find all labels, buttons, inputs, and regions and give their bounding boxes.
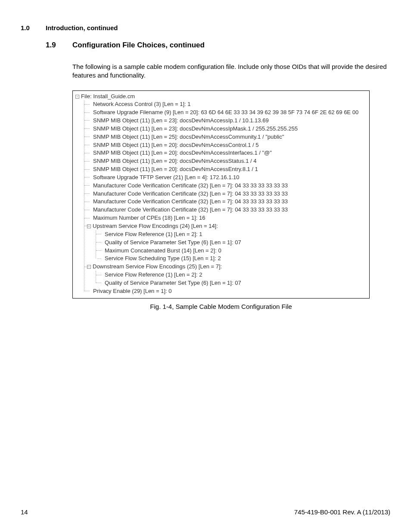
tree-node: Manufacturer Code Verification Certifica… (90, 206, 367, 214)
tree-node-label: Software Upgrade Filename (9) [Len = 20]… (93, 109, 358, 115)
tree-node: Quality of Service Parameter Set Type (6… (102, 239, 367, 247)
tree-node-label: Service Flow Reference (1) [Len = 2]: 2 (105, 271, 202, 278)
tree-node: Software Upgrade TFTP Server (21) [Len =… (90, 174, 367, 182)
tree-node-label: SNMP MIB Object (11) [Len = 20]: docsDev… (93, 158, 256, 164)
subsection-header: 1.9Configuration File Choices, continued (46, 41, 390, 50)
tree-node-label: Network Access Control (3) [Len = 1]: 1 (93, 101, 191, 107)
page-number: 14 (21, 508, 28, 516)
tree-node: Service Flow Scheduling Type (15) [Len =… (102, 255, 367, 263)
tree-node: Maximum Number of CPEs (18) [Len = 1]: 1… (90, 214, 367, 222)
minus-icon[interactable]: - (75, 95, 79, 99)
tree-node: Quality of Service Parameter Set Type (6… (102, 279, 367, 287)
tree-node: SNMP MIB Object (11) [Len = 25]: docsDev… (90, 133, 367, 141)
tree-node-label: Service Flow Scheduling Type (15) [Len =… (105, 255, 221, 261)
subsection-number: 1.9 (46, 41, 72, 50)
tree-node: SNMP MIB Object (11) [Len = 20]: docsDev… (90, 141, 367, 149)
tree-node: SNMP MIB Object (11) [Len = 20]: docsDev… (90, 157, 367, 165)
tree-children: Service Flow Reference (1) [Len = 2]: 2Q… (96, 271, 367, 287)
tree-node: -Downstream Service Flow Encodings (25) … (90, 263, 367, 287)
tree-node-label: SNMP MIB Object (11) [Len = 20]: docsDev… (93, 149, 272, 156)
tree-node-label: Maximum Concatenated Burst (14) [Len = 2… (105, 247, 221, 254)
subsection-title: Configuration File Choices, continued (72, 41, 205, 49)
tree-node: SNMP MIB Object (11) [Len = 23]: docsDev… (90, 125, 367, 133)
doc-id: 745-419-B0-001 Rev. A (11/2013) (294, 508, 390, 516)
tree-node-label: Manufacturer Code Verification Certifica… (93, 206, 288, 213)
tree-node: Manufacturer Code Verification Certifica… (90, 182, 367, 190)
tree-node-label: SNMP MIB Object (11) [Len = 25]: docsDev… (93, 134, 284, 140)
tree-node: Privacy Enable (29) [Len = 1]: 0 (90, 287, 367, 296)
tree-children: Service Flow Reference (1) [Len = 2]: 1Q… (96, 230, 367, 263)
tree-node: -Upstream Service Flow Encodings (24) [L… (90, 222, 367, 263)
section-header: 1.0Introduction, continued (21, 24, 390, 31)
tree-node: SNMP MIB Object (11) [Len = 20]: docsDev… (90, 165, 367, 174)
tree-node: SNMP MIB Object (11) [Len = 23]: docsDev… (90, 117, 367, 125)
section-number: 1.0 (21, 24, 46, 31)
tree-node-label: Upstream Service Flow Encodings (24) [Le… (93, 223, 218, 229)
body-paragraph: The following is a sample cable modem co… (72, 62, 390, 80)
tree-node: Network Access Control (3) [Len = 1]: 1 (90, 100, 367, 109)
tree-node: Manufacturer Code Verification Certifica… (90, 190, 367, 198)
minus-icon[interactable]: - (87, 265, 91, 269)
section-title: Introduction, continued (46, 24, 118, 31)
tree-node-label: Quality of Service Parameter Set Type (6… (105, 280, 241, 286)
tree-node-label: Privacy Enable (29) [Len = 1]: 0 (93, 288, 171, 294)
tree-root-label: File: Install_Guide.cm (81, 93, 135, 100)
tree-node-label: Manufacturer Code Verification Certifica… (93, 182, 288, 189)
tree-root-node: -File: Install_Guide.cm Network Access C… (75, 93, 367, 296)
minus-icon[interactable]: - (87, 224, 91, 228)
tree-node: Service Flow Reference (1) [Len = 2]: 2 (102, 271, 367, 279)
tree-node: Manufacturer Code Verification Certifica… (90, 198, 367, 206)
tree-node-label: Quality of Service Parameter Set Type (6… (105, 239, 241, 246)
config-tree-figure: -File: Install_Guide.cm Network Access C… (72, 90, 370, 299)
tree-node: SNMP MIB Object (11) [Len = 20]: docsDev… (90, 149, 367, 157)
tree-node-label: SNMP MIB Object (11) [Len = 20]: docsDev… (93, 142, 259, 148)
tree-children: Network Access Control (3) [Len = 1]: 1S… (84, 100, 367, 295)
tree-node-label: Service Flow Reference (1) [Len = 2]: 1 (105, 231, 202, 237)
tree-node-label: Manufacturer Code Verification Certifica… (93, 190, 288, 197)
page-footer: 14 745-419-B0-001 Rev. A (11/2013) (21, 508, 390, 516)
tree-node: Software Upgrade Filename (9) [Len = 20]… (90, 109, 367, 117)
tree-node-label: SNMP MIB Object (11) [Len = 20]: docsDev… (93, 166, 258, 172)
tree-node: Service Flow Reference (1) [Len = 2]: 1 (102, 230, 367, 239)
tree-node: Maximum Concatenated Burst (14) [Len = 2… (102, 247, 367, 255)
tree-node-label: SNMP MIB Object (11) [Len = 23]: docsDev… (93, 117, 269, 124)
tree-node-label: SNMP MIB Object (11) [Len = 23]: docsDev… (93, 125, 298, 132)
tree-node-label: Downstream Service Flow Encodings (25) [… (93, 263, 222, 270)
figure-caption: Fig. 1-4, Sample Cable Modem Configurati… (72, 303, 370, 310)
tree-node-label: Software Upgrade TFTP Server (21) [Len =… (93, 174, 240, 180)
tree-node-label: Manufacturer Code Verification Certifica… (93, 198, 288, 205)
tree-node-label: Maximum Number of CPEs (18) [Len = 1]: 1… (93, 215, 205, 221)
